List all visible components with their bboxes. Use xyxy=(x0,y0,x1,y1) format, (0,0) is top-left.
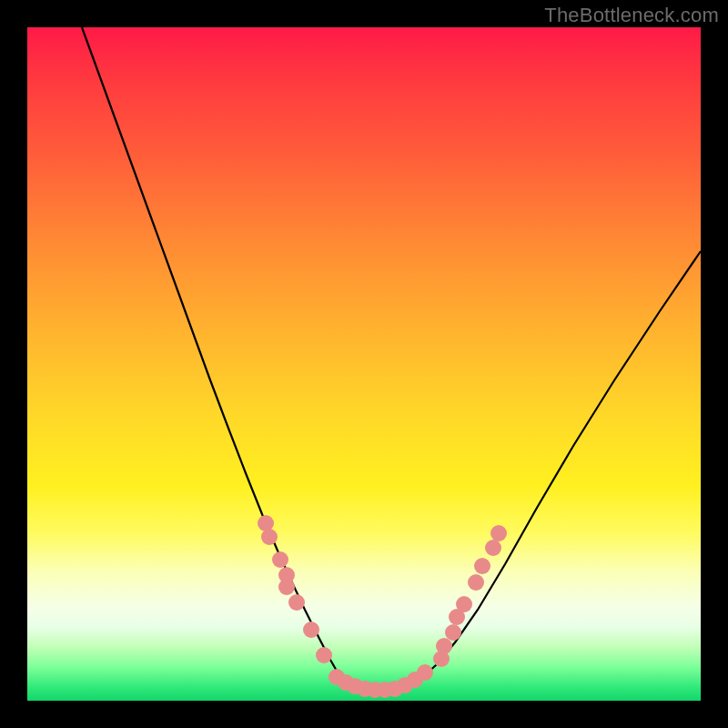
watermark-text: TheBottleneck.com xyxy=(544,4,719,27)
curve-left xyxy=(82,27,341,679)
marker-dot xyxy=(278,579,295,595)
marker-dot xyxy=(316,647,332,663)
marker-dot xyxy=(474,558,490,574)
curve-right xyxy=(437,251,701,664)
marker-dot xyxy=(303,622,319,638)
marker-dot xyxy=(456,596,472,612)
marker-dot xyxy=(436,638,452,654)
marker-dot xyxy=(490,525,507,541)
markers-valley xyxy=(329,664,433,698)
marker-dot xyxy=(485,540,501,556)
markers-right xyxy=(433,525,507,667)
chart-svg xyxy=(27,27,701,701)
marker-dot xyxy=(468,574,484,591)
marker-dot xyxy=(272,551,288,568)
marker-dot xyxy=(417,664,433,681)
chart-plot-area xyxy=(27,27,701,701)
marker-dot xyxy=(288,594,305,611)
curve-lines xyxy=(82,27,701,692)
chart-frame: TheBottleneck.com xyxy=(0,0,728,728)
marker-dot xyxy=(261,529,278,545)
marker-dot xyxy=(445,624,461,641)
